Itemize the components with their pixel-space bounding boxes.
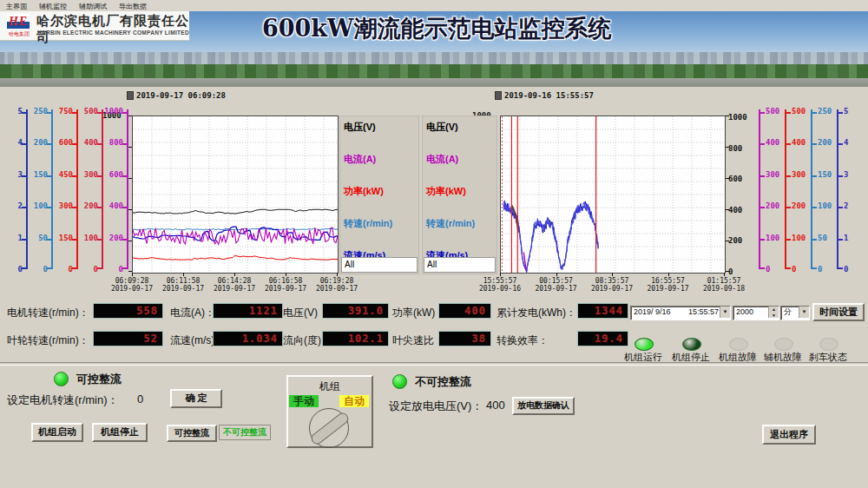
- status-led: [819, 338, 838, 351]
- y-axis-label: 100: [74, 234, 98, 242]
- readout-label: 电机转速(r/min)：: [7, 306, 89, 320]
- y-axis-tick: [812, 207, 817, 208]
- legend-item[interactable]: 电压(V): [426, 121, 458, 134]
- panorama-photo: HE 哈电集团 哈尔滨电机厂有限责任公司 HARBIN ELECTRIC MAC…: [0, 11, 868, 87]
- legend-item[interactable]: 功率(kW): [344, 185, 384, 198]
- y-axis-label: 5: [844, 107, 868, 115]
- plot-frame-tick: [234, 273, 235, 276]
- plot-frame-tick: [612, 273, 613, 276]
- y-axis-label: 450: [49, 170, 73, 179]
- plot-frame-tick: [726, 209, 729, 210]
- y-axis-tick: [786, 267, 791, 269]
- readout-label: 电流(A)：: [170, 306, 215, 320]
- legend-item[interactable]: 电流(A): [344, 153, 376, 166]
- status-led: [774, 338, 793, 351]
- y-axis-tick: [812, 143, 817, 145]
- exit-program-button[interactable]: 退出程序: [762, 425, 816, 445]
- y-axis-label: 0: [23, 265, 48, 274]
- dropdown-arrow-icon[interactable]: ▼: [799, 307, 809, 318]
- legend-all-dropdown[interactable]: All: [424, 257, 496, 273]
- y-axis-tick: [760, 112, 765, 114]
- plot-frame-tick: [132, 273, 133, 276]
- confirm-button[interactable]: 确 定: [170, 389, 222, 408]
- y-axis-label: 750: [49, 107, 73, 115]
- y-axis-tick: [838, 112, 843, 114]
- y-axis-label-black: 1000: [728, 113, 751, 122]
- unit-dropdown[interactable]: 分▼: [780, 306, 810, 320]
- y-axis-tick: [838, 239, 843, 241]
- legend-item[interactable]: 转速(r/min): [426, 217, 475, 230]
- y-axis-label: 200: [74, 201, 98, 210]
- datetime-picker[interactable]: 2019/ 9/16▼15:55:57: [630, 306, 731, 320]
- plot-grip-left[interactable]: [127, 91, 134, 100]
- y-axis-tick: [786, 175, 791, 177]
- unit-start-button[interactable]: 机组启动: [31, 423, 83, 442]
- y-axis-tick: [812, 175, 817, 177]
- unit-stop-button[interactable]: 机组停止: [92, 423, 148, 442]
- x-axis-label: 01:15:572019-09-18: [696, 277, 752, 293]
- spinner-arrows[interactable]: ▲▼: [768, 307, 779, 318]
- right-chart-legend: 电压(V)电流(A)功率(kW)转速(r/min)流速(m/s)All: [422, 115, 497, 274]
- readout-led-display: 19.4: [578, 332, 628, 346]
- mode-knob[interactable]: [309, 408, 349, 448]
- y-axis-label: 300: [49, 201, 73, 210]
- y-axis-label: 5: [0, 107, 23, 115]
- y-axis-tick: [812, 112, 817, 114]
- y-axis-label: 0: [49, 265, 73, 274]
- y-axis-tick: [812, 267, 817, 269]
- y-axis-tick: [786, 239, 791, 241]
- set-discharge-voltage-value[interactable]: 400: [486, 399, 505, 412]
- right-chart-timestamp: 2019-09-16 15:55:57: [504, 91, 594, 100]
- x-axis-label: 15:55:572019-09-16: [472, 277, 528, 293]
- plot-frame-tick: [286, 273, 286, 276]
- y-axis-label: 250: [23, 107, 48, 115]
- y-axis-tick: [838, 143, 843, 145]
- readout-led-display: 1121: [214, 304, 282, 318]
- menu-item-aux-monitor[interactable]: 辅机监控: [33, 0, 73, 11]
- plot-frame-tick: [128, 115, 132, 116]
- manual-mode-option[interactable]: 手动: [289, 395, 319, 407]
- readout-led-display: 38: [439, 332, 490, 346]
- legend-all-dropdown[interactable]: All: [341, 257, 418, 273]
- page-title: 600kW潮流能示范电站监控系统: [262, 13, 611, 44]
- menu-item-main[interactable]: 主界面: [0, 0, 33, 11]
- mode-knob-handle[interactable]: [309, 411, 350, 446]
- x-axis-label: 06:09:282019-09-17: [104, 277, 160, 293]
- time-set-button[interactable]: 时间设置: [812, 303, 865, 321]
- dropdown-arrow-icon[interactable]: ▼: [720, 307, 730, 318]
- legend-item[interactable]: 功率(kW): [426, 185, 466, 198]
- auto-mode-option[interactable]: 自动: [339, 395, 369, 407]
- unit-value: 分: [781, 307, 792, 316]
- x-axis-label: 00:15:572019-09-17: [529, 277, 584, 293]
- y-axis-label: 1: [844, 234, 868, 242]
- x-axis-label: 06:16:582019-09-17: [258, 277, 313, 293]
- readout-led-display: 391.0: [323, 304, 388, 318]
- uncontrollable-rectify-button[interactable]: 不可控整流: [219, 425, 271, 440]
- y-axis-label: 200: [23, 138, 48, 147]
- interval-value: 2000: [733, 307, 753, 316]
- legend-item[interactable]: 电压(V): [344, 121, 376, 134]
- readout-label: 电压(V)：: [283, 306, 328, 320]
- y-axis-label: 50: [23, 234, 48, 242]
- plot-grip-right[interactable]: [495, 91, 502, 100]
- menu-item-aux-debug[interactable]: 辅助调试: [73, 0, 113, 11]
- y-axis-line: [102, 109, 103, 269]
- y-axis-tick: [838, 175, 843, 177]
- plot-frame-tick: [556, 273, 557, 276]
- legend-item[interactable]: 转速(r/min): [344, 217, 392, 230]
- readout-led-display: 1344: [578, 304, 628, 318]
- time-value: 15:55:57: [688, 307, 720, 318]
- interval-input[interactable]: 2000▲▼: [733, 306, 779, 320]
- y-axis-line: [127, 109, 128, 269]
- company-logo-icon: HE: [7, 14, 30, 29]
- menu-item-export[interactable]: 导出数据: [113, 0, 153, 11]
- y-axis-label-black: 0: [728, 267, 751, 276]
- controllable-rectify-button[interactable]: 可控整流: [167, 425, 217, 442]
- set-motor-speed-value[interactable]: 0: [137, 392, 143, 406]
- y-axis-label-black: 200: [728, 236, 751, 245]
- discharge-confirm-button[interactable]: 放电数据确认: [512, 397, 575, 415]
- legend-item[interactable]: 电流(A): [426, 153, 458, 166]
- plot-canvas: [132, 115, 339, 274]
- plot-frame-tick: [128, 241, 132, 241]
- uncontrollable-rectify-led: [392, 374, 407, 389]
